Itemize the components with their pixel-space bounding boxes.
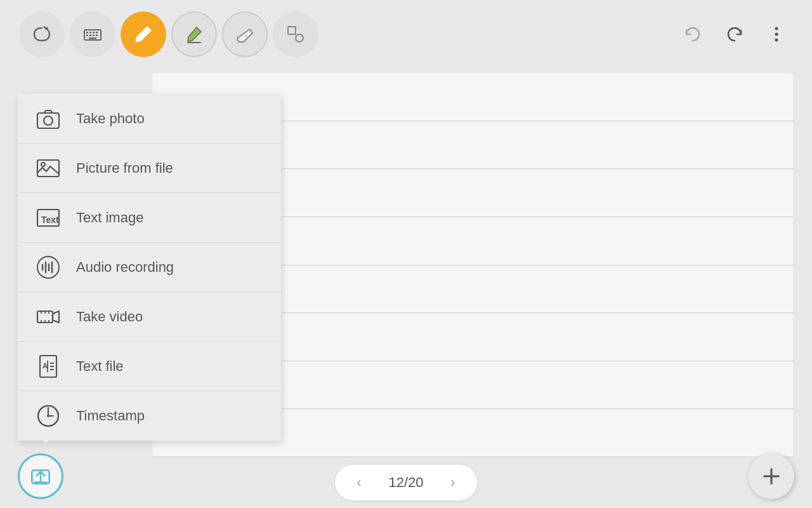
bottom-bar: ‹ 12/20 › <box>0 457 812 508</box>
menu-label-take-photo: Take photo <box>76 110 145 127</box>
more-options-button[interactable] <box>760 18 793 51</box>
pen-tool-button[interactable] <box>121 11 166 57</box>
svg-text:A: A <box>43 362 48 370</box>
video-icon <box>33 302 63 332</box>
menu-label-audio-recording: Audio recording <box>76 259 174 276</box>
menu-item-take-video[interactable]: Take video <box>18 292 281 342</box>
menu-label-timestamp: Timestamp <box>76 408 145 424</box>
insert-menu: Take photo Picture from file Text Text i… <box>18 94 281 441</box>
next-page-button[interactable]: › <box>442 471 464 494</box>
menu-item-text-file[interactable]: A Text file <box>18 342 281 391</box>
prev-page-button[interactable]: ‹ <box>348 471 370 494</box>
add-page-button[interactable] <box>749 453 794 499</box>
svg-rect-3 <box>93 32 95 34</box>
camera-icon <box>33 104 63 134</box>
page-indicator: 12/20 <box>381 474 431 491</box>
toolbar <box>19 11 793 57</box>
svg-rect-4 <box>96 32 98 34</box>
text-image-icon: Text <box>33 203 63 233</box>
audio-icon <box>33 252 63 283</box>
menu-label-picture-from-file: Picture from file <box>76 160 173 177</box>
svg-rect-6 <box>89 35 91 37</box>
redo-button[interactable] <box>718 18 751 51</box>
toolbar-right <box>676 18 793 51</box>
svg-rect-17 <box>37 113 59 128</box>
lasso-tool-button[interactable] <box>19 11 65 57</box>
toolbar-left <box>19 11 318 57</box>
svg-point-18 <box>44 116 53 125</box>
svg-point-15 <box>775 33 778 36</box>
menu-item-text-image[interactable]: Text Text image <box>18 193 281 243</box>
svg-point-14 <box>775 27 778 30</box>
shapes-tool-button[interactable] <box>273 11 318 57</box>
menu-item-picture-from-file[interactable]: Picture from file <box>18 144 281 193</box>
svg-text:Text: Text <box>41 215 59 225</box>
menu-item-audio-recording[interactable]: Audio recording <box>18 243 281 292</box>
eraser-tool-button[interactable] <box>222 11 268 57</box>
undo-button[interactable] <box>676 18 709 51</box>
menu-label-text-image: Text image <box>76 210 143 226</box>
svg-rect-5 <box>86 35 88 37</box>
timestamp-icon <box>33 401 63 431</box>
svg-rect-1 <box>86 32 88 34</box>
keyboard-tool-button[interactable] <box>70 11 115 57</box>
svg-rect-2 <box>89 32 91 34</box>
text-file-icon: A <box>33 351 63 382</box>
image-icon <box>33 153 63 184</box>
menu-item-take-photo[interactable]: Take photo <box>18 94 281 144</box>
svg-rect-8 <box>96 35 98 37</box>
svg-rect-9 <box>89 37 96 39</box>
svg-rect-7 <box>93 35 95 37</box>
add-media-button[interactable] <box>18 453 63 499</box>
svg-point-13 <box>296 34 303 42</box>
svg-point-20 <box>41 163 45 166</box>
marker-tool-button[interactable] <box>171 11 217 57</box>
menu-label-take-video: Take video <box>76 309 143 325</box>
dropdown-caret <box>39 436 52 444</box>
menu-label-text-file: Text file <box>76 358 124 375</box>
svg-point-16 <box>775 39 778 42</box>
menu-item-timestamp[interactable]: Timestamp <box>18 391 281 441</box>
svg-rect-12 <box>288 27 296 34</box>
page-navigation: ‹ 12/20 › <box>335 465 477 500</box>
